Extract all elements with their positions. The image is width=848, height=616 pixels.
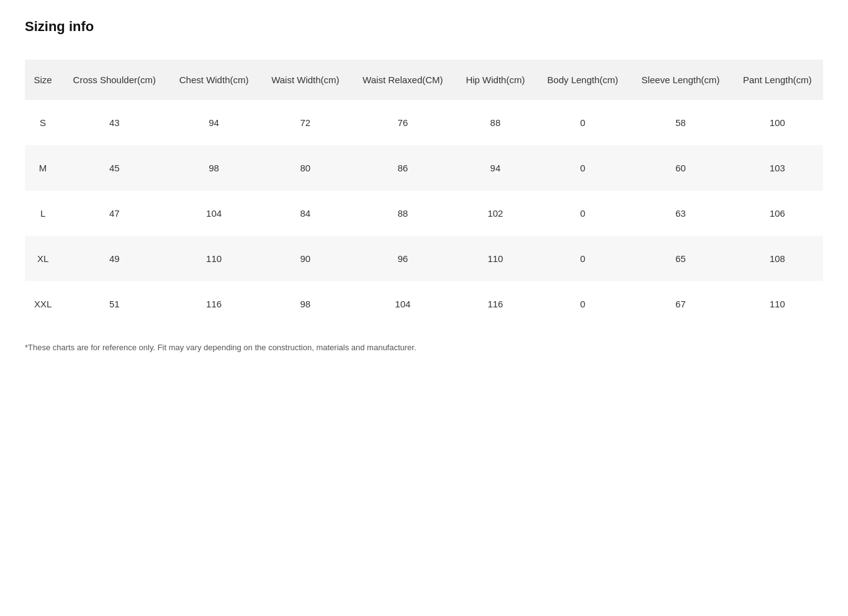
cell-4-3: 98 xyxy=(260,281,351,327)
cell-1-3: 80 xyxy=(260,145,351,191)
page-title: Sizing info xyxy=(25,19,823,35)
table-row: XL491109096110065108 xyxy=(25,236,823,281)
cell-2-3: 84 xyxy=(260,191,351,236)
header-col-0: Size xyxy=(25,60,61,100)
header-col-8: Pant Length(cm) xyxy=(731,60,823,100)
table-row: M4598808694060103 xyxy=(25,145,823,191)
header-col-7: Sleeve Length(cm) xyxy=(629,60,731,100)
cell-4-4: 104 xyxy=(351,281,455,327)
cell-2-6: 0 xyxy=(536,191,629,236)
cell-0-4: 76 xyxy=(351,100,455,145)
cell-3-6: 0 xyxy=(536,236,629,281)
header-col-3: Waist Width(cm) xyxy=(260,60,351,100)
header-row: SizeCross Shoulder(cm)Chest Width(cm)Wai… xyxy=(25,60,823,100)
cell-4-8: 110 xyxy=(731,281,823,327)
cell-1-8: 103 xyxy=(731,145,823,191)
cell-1-7: 60 xyxy=(629,145,731,191)
cell-0-8: 100 xyxy=(731,100,823,145)
cell-3-8: 108 xyxy=(731,236,823,281)
header-col-2: Chest Width(cm) xyxy=(168,60,259,100)
cell-3-4: 96 xyxy=(351,236,455,281)
cell-2-7: 63 xyxy=(629,191,731,236)
cell-2-5: 102 xyxy=(455,191,536,236)
cell-3-0: XL xyxy=(25,236,61,281)
sizing-table: SizeCross Shoulder(cm)Chest Width(cm)Wai… xyxy=(25,60,823,327)
cell-3-3: 90 xyxy=(260,236,351,281)
cell-1-4: 86 xyxy=(351,145,455,191)
cell-2-0: L xyxy=(25,191,61,236)
table-row: XXL5111698104116067110 xyxy=(25,281,823,327)
cell-0-5: 88 xyxy=(455,100,536,145)
cell-4-7: 67 xyxy=(629,281,731,327)
cell-2-8: 106 xyxy=(731,191,823,236)
cell-4-6: 0 xyxy=(536,281,629,327)
cell-1-5: 94 xyxy=(455,145,536,191)
cell-3-7: 65 xyxy=(629,236,731,281)
cell-0-6: 0 xyxy=(536,100,629,145)
cell-3-1: 49 xyxy=(61,236,168,281)
header-col-6: Body Length(cm) xyxy=(536,60,629,100)
cell-1-6: 0 xyxy=(536,145,629,191)
table-row: L471048488102063106 xyxy=(25,191,823,236)
footnote: *These charts are for reference only. Fi… xyxy=(25,342,823,355)
cell-4-5: 116 xyxy=(455,281,536,327)
cell-4-0: XXL xyxy=(25,281,61,327)
header-col-1: Cross Shoulder(cm) xyxy=(61,60,168,100)
cell-0-7: 58 xyxy=(629,100,731,145)
cell-2-2: 104 xyxy=(168,191,259,236)
cell-1-2: 98 xyxy=(168,145,259,191)
cell-1-1: 45 xyxy=(61,145,168,191)
cell-3-5: 110 xyxy=(455,236,536,281)
cell-2-4: 88 xyxy=(351,191,455,236)
cell-0-3: 72 xyxy=(260,100,351,145)
table-body: S4394727688058100M4598808694060103L47104… xyxy=(25,100,823,327)
cell-3-2: 110 xyxy=(168,236,259,281)
header-col-4: Waist Relaxed(CM) xyxy=(351,60,455,100)
cell-2-1: 47 xyxy=(61,191,168,236)
table-header: SizeCross Shoulder(cm)Chest Width(cm)Wai… xyxy=(25,60,823,100)
cell-4-1: 51 xyxy=(61,281,168,327)
cell-4-2: 116 xyxy=(168,281,259,327)
cell-0-0: S xyxy=(25,100,61,145)
header-col-5: Hip Width(cm) xyxy=(455,60,536,100)
cell-0-2: 94 xyxy=(168,100,259,145)
table-row: S4394727688058100 xyxy=(25,100,823,145)
cell-1-0: M xyxy=(25,145,61,191)
cell-0-1: 43 xyxy=(61,100,168,145)
